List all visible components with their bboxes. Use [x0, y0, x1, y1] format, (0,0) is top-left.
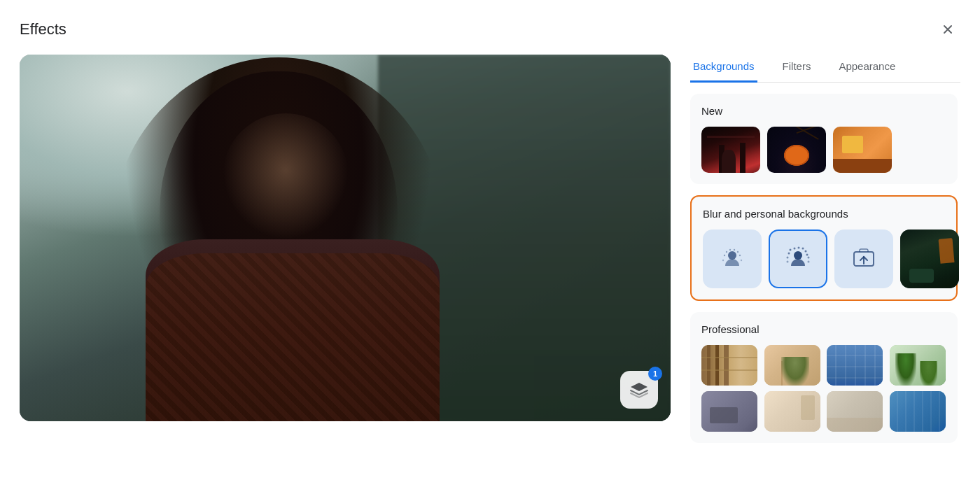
badge-count: 1	[648, 367, 662, 381]
prof-bg-city-blue[interactable]	[827, 345, 883, 386]
professional-grid	[701, 345, 946, 432]
right-panel: Backgrounds Filters Appearance New	[690, 55, 960, 480]
tabs-bar: Backgrounds Filters Appearance	[690, 55, 960, 83]
svg-point-18	[808, 257, 810, 259]
blur-section-title: Blur and personal backgrounds	[703, 208, 945, 220]
new-section: New	[690, 94, 958, 184]
prof-bg-green-plants[interactable]	[890, 345, 946, 386]
upload-icon	[851, 246, 876, 271]
blur-full-button[interactable]	[769, 230, 827, 288]
professional-section: Professional	[690, 312, 958, 443]
dialog-body: 1 Backgrounds Filters Appearance New	[20, 55, 960, 480]
svg-point-20	[808, 261, 810, 263]
new-bg-cozy-room[interactable]	[833, 127, 892, 173]
dialog-header: Effects	[20, 17, 960, 42]
new-section-title: New	[701, 105, 946, 117]
svg-point-19	[787, 261, 789, 263]
effects-dialog: Effects	[0, 0, 980, 494]
tab-filters[interactable]: Filters	[780, 55, 814, 83]
svg-point-17	[787, 257, 789, 259]
tab-appearance[interactable]: Appearance	[836, 55, 898, 83]
blur-slight-button[interactable]	[703, 230, 762, 288]
svg-point-8	[741, 260, 742, 261]
svg-point-6	[739, 255, 741, 256]
close-button[interactable]	[935, 17, 960, 42]
prof-bg-blue-office[interactable]	[890, 391, 946, 432]
svg-point-4	[734, 249, 735, 250]
svg-point-3	[729, 249, 731, 250]
video-badge-button[interactable]: 1	[620, 371, 658, 409]
prof-bg-light-minimal[interactable]	[827, 391, 883, 432]
svg-point-12	[794, 248, 796, 250]
svg-point-1	[724, 255, 725, 256]
prof-bg-office-grey[interactable]	[701, 391, 757, 432]
professional-section-title: Professional	[701, 323, 946, 335]
prof-bg-warm-minimal[interactable]	[764, 391, 820, 432]
svg-point-11	[790, 249, 792, 251]
svg-point-13	[798, 247, 800, 249]
svg-point-16	[806, 254, 808, 256]
svg-point-14	[802, 248, 804, 250]
svg-point-5	[737, 251, 738, 253]
svg-point-7	[722, 260, 724, 261]
custom-background-button[interactable]	[900, 230, 959, 288]
svg-point-10	[788, 253, 790, 255]
slight-blur-icon	[720, 246, 745, 271]
dialog-title: Effects	[20, 20, 66, 38]
svg-point-2	[726, 251, 727, 253]
prof-bg-beige-wall[interactable]	[764, 345, 820, 386]
panel-content: New	[690, 94, 960, 480]
prof-bg-bookshelf1[interactable]	[701, 345, 757, 386]
video-canvas	[20, 55, 671, 421]
close-icon	[941, 22, 955, 36]
blur-thumbnails	[703, 230, 945, 288]
svg-point-15	[805, 250, 807, 253]
video-preview: 1	[20, 55, 671, 421]
upload-background-button[interactable]	[834, 230, 893, 288]
svg-point-0	[728, 251, 736, 260]
layers-icon	[629, 380, 649, 400]
tab-backgrounds[interactable]: Backgrounds	[690, 55, 757, 83]
new-bg-halloween-pumpkin[interactable]	[767, 127, 826, 173]
full-blur-icon	[785, 246, 811, 271]
svg-point-9	[794, 251, 802, 260]
new-section-card: New	[690, 94, 958, 184]
new-thumbnails-row	[701, 127, 946, 173]
blur-section: Blur and personal backgrounds	[690, 195, 958, 301]
new-bg-halloween-church[interactable]	[701, 127, 760, 173]
